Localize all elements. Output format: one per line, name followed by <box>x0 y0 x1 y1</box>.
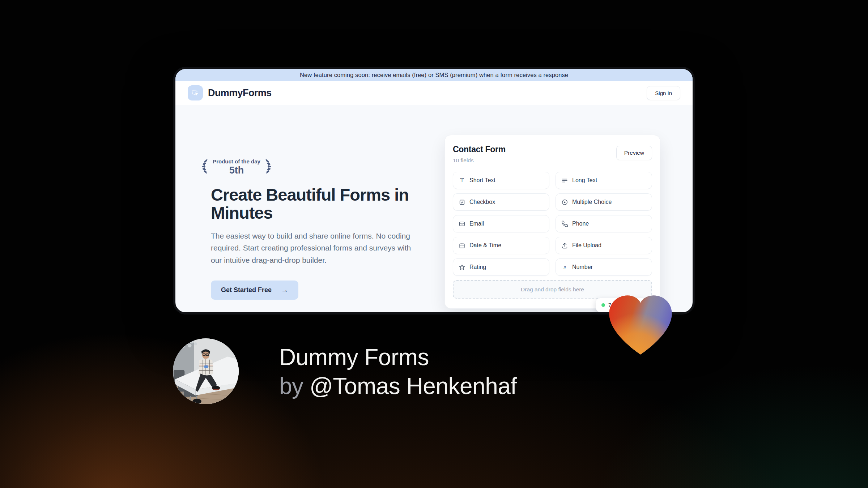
preview-button[interactable]: Preview <box>616 146 652 160</box>
cta-label: Get Started Free <box>221 286 272 294</box>
maker-avatar <box>173 338 239 404</box>
caption-name: @Tomas Henkenhaf <box>310 373 517 399</box>
field-type-label: Checkbox <box>469 199 495 205</box>
sign-in-button[interactable]: Sign In <box>647 86 680 100</box>
caption-line2: by @Tomas Henkenhaf <box>279 372 517 401</box>
field-type-label: Date & Time <box>469 242 501 249</box>
brand-name: DummyForms <box>208 87 272 99</box>
product-of-the-day-badge: Product of the day 5th <box>209 157 264 177</box>
caption: Dummy Forms by @Tomas Henkenhaf <box>279 343 517 401</box>
multiple-choice-icon <box>561 199 568 206</box>
hero-section: Product of the day 5th <box>211 157 422 300</box>
field-type-checkbox[interactable]: Checkbox <box>453 193 549 211</box>
logo-icon <box>188 85 203 100</box>
page-canvas: New feature coming soon: receive emails … <box>0 0 868 488</box>
checkbox-icon <box>459 199 465 206</box>
get-started-button[interactable]: Get Started Free → <box>211 281 298 300</box>
field-type-label: File Upload <box>572 242 601 249</box>
caption-line1: Dummy Forms <box>279 343 517 372</box>
field-type-file-upload[interactable]: File Upload <box>556 237 652 254</box>
svg-text:T: T <box>460 177 464 183</box>
laurel-left-icon <box>200 157 209 177</box>
field-type-label: Rating <box>469 264 486 270</box>
field-type-label: Email <box>469 221 484 227</box>
field-type-long-text[interactable]: Long Text <box>556 172 652 189</box>
long-text-icon <box>561 177 568 184</box>
svg-text:#: # <box>563 264 566 270</box>
laurel-right-icon <box>264 157 273 177</box>
hash-icon: # <box>561 264 568 271</box>
award-title: Product of the day <box>213 158 260 164</box>
field-type-label: Long Text <box>572 177 597 184</box>
field-type-label: Number <box>572 264 593 270</box>
app-window: New feature coming soon: receive emails … <box>173 67 695 314</box>
field-type-number[interactable]: #Number <box>556 258 652 276</box>
field-type-grid: TShort TextLong TextCheckboxMultiple Cho… <box>453 172 652 276</box>
dropzone-label: Drag and drop fields here <box>521 286 584 293</box>
announcement-text: New feature coming soon: receive emails … <box>300 72 568 78</box>
field-type-short-text[interactable]: TShort Text <box>453 172 549 189</box>
field-type-phone[interactable]: Phone <box>556 215 652 232</box>
top-navigation: DummyForms Sign In <box>175 81 693 105</box>
hero-heading: Create Beautiful Forms in Minutes <box>211 186 422 222</box>
brand-logo[interactable]: DummyForms <box>188 85 272 100</box>
caption-by: by <box>279 373 310 399</box>
field-type-date-time[interactable]: Date & Time <box>453 237 549 254</box>
star-icon <box>459 264 465 271</box>
phone-icon <box>561 221 568 227</box>
field-type-label: Phone <box>572 221 589 227</box>
short-text-icon: T <box>459 177 465 184</box>
announcement-banner: New feature coming soon: receive emails … <box>175 69 693 81</box>
arrow-right-icon: → <box>281 286 288 294</box>
hero-description: The easiest way to build and share onlin… <box>211 230 417 266</box>
award-text: Product of the day 5th <box>213 158 260 176</box>
upload-icon <box>561 242 568 249</box>
field-type-label: Short Text <box>469 177 495 184</box>
form-builder-card: Contact Form 10 fields Preview TShort Te… <box>444 135 660 309</box>
field-type-multiple-choice[interactable]: Multiple Choice <box>556 193 652 211</box>
email-icon <box>459 221 465 227</box>
field-type-email[interactable]: Email <box>453 215 549 232</box>
field-type-rating[interactable]: Rating <box>453 258 549 276</box>
green-dot-icon <box>601 303 605 307</box>
calendar-icon <box>459 242 465 249</box>
field-type-label: Multiple Choice <box>572 199 612 205</box>
award-rank: 5th <box>213 165 260 176</box>
heart-icon <box>606 293 675 358</box>
